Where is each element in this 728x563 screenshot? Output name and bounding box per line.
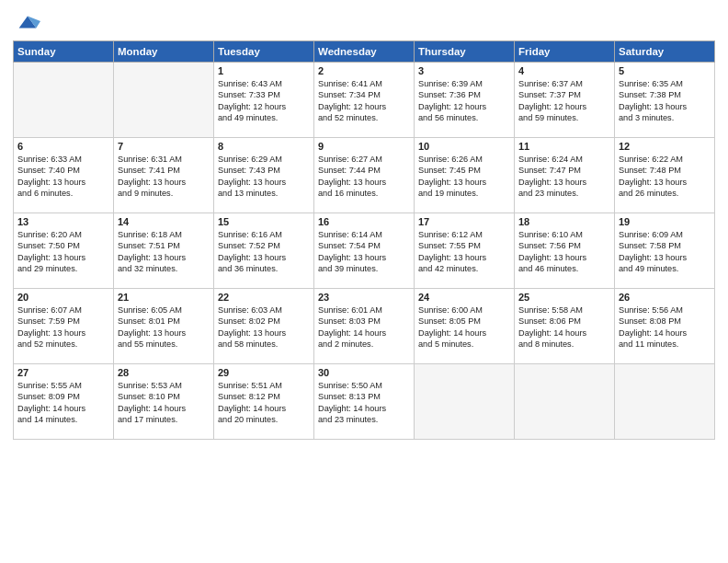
weekday-header-saturday: Saturday xyxy=(615,41,715,63)
cell-info: Sunrise: 5:56 AM Sunset: 8:08 PM Dayligh… xyxy=(619,304,711,350)
day-number: 2 xyxy=(318,65,410,76)
calendar-cell xyxy=(114,63,214,138)
calendar-cell: 22Sunrise: 6:03 AM Sunset: 8:02 PM Dayli… xyxy=(214,289,314,364)
day-number: 19 xyxy=(619,216,711,227)
cell-info: Sunrise: 6:07 AM Sunset: 7:59 PM Dayligh… xyxy=(17,304,109,350)
weekday-header-friday: Friday xyxy=(515,41,615,63)
header xyxy=(13,9,715,35)
day-number: 5 xyxy=(619,65,711,76)
week-row-4: 20Sunrise: 6:07 AM Sunset: 7:59 PM Dayli… xyxy=(14,289,715,364)
calendar-cell: 9Sunrise: 6:27 AM Sunset: 7:44 PM Daylig… xyxy=(314,138,415,213)
calendar-cell: 8Sunrise: 6:29 AM Sunset: 7:43 PM Daylig… xyxy=(214,138,314,213)
cell-info: Sunrise: 6:05 AM Sunset: 8:01 PM Dayligh… xyxy=(118,304,210,350)
cell-info: Sunrise: 6:00 AM Sunset: 8:05 PM Dayligh… xyxy=(418,304,510,350)
day-number: 17 xyxy=(418,216,510,227)
cell-info: Sunrise: 6:18 AM Sunset: 7:51 PM Dayligh… xyxy=(118,229,210,275)
cell-info: Sunrise: 6:43 AM Sunset: 7:33 PM Dayligh… xyxy=(218,78,310,124)
cell-info: Sunrise: 6:37 AM Sunset: 7:37 PM Dayligh… xyxy=(518,78,610,124)
day-number: 29 xyxy=(218,367,310,378)
cell-info: Sunrise: 6:20 AM Sunset: 7:50 PM Dayligh… xyxy=(17,229,109,275)
day-number: 11 xyxy=(518,141,610,152)
day-number: 13 xyxy=(17,216,109,227)
day-number: 30 xyxy=(318,367,410,378)
cell-info: Sunrise: 6:22 AM Sunset: 7:48 PM Dayligh… xyxy=(619,154,711,200)
calendar-cell xyxy=(14,63,114,138)
logo-text xyxy=(13,9,40,35)
calendar-cell: 21Sunrise: 6:05 AM Sunset: 8:01 PM Dayli… xyxy=(114,289,214,364)
calendar-cell: 12Sunrise: 6:22 AM Sunset: 7:48 PM Dayli… xyxy=(615,138,715,213)
day-number: 10 xyxy=(418,141,510,152)
day-number: 9 xyxy=(318,141,410,152)
calendar-cell: 28Sunrise: 5:53 AM Sunset: 8:10 PM Dayli… xyxy=(114,364,214,440)
cell-info: Sunrise: 6:33 AM Sunset: 7:40 PM Dayligh… xyxy=(17,154,109,200)
cell-info: Sunrise: 6:24 AM Sunset: 7:47 PM Dayligh… xyxy=(518,154,610,200)
day-number: 18 xyxy=(518,216,610,227)
cell-info: Sunrise: 6:16 AM Sunset: 7:52 PM Dayligh… xyxy=(218,229,310,275)
cell-info: Sunrise: 5:53 AM Sunset: 8:10 PM Dayligh… xyxy=(118,380,210,426)
weekday-header-row: SundayMondayTuesdayWednesdayThursdayFrid… xyxy=(14,41,715,63)
calendar-cell: 15Sunrise: 6:16 AM Sunset: 7:52 PM Dayli… xyxy=(214,213,314,289)
calendar-cell: 10Sunrise: 6:26 AM Sunset: 7:45 PM Dayli… xyxy=(415,138,515,213)
cell-info: Sunrise: 6:41 AM Sunset: 7:34 PM Dayligh… xyxy=(318,78,410,124)
day-number: 4 xyxy=(518,65,610,76)
weekday-header-wednesday: Wednesday xyxy=(314,41,415,63)
calendar-cell: 27Sunrise: 5:55 AM Sunset: 8:09 PM Dayli… xyxy=(14,364,114,440)
calendar-cell: 25Sunrise: 5:58 AM Sunset: 8:06 PM Dayli… xyxy=(515,289,615,364)
cell-info: Sunrise: 5:58 AM Sunset: 8:06 PM Dayligh… xyxy=(518,304,610,350)
day-number: 7 xyxy=(118,141,210,152)
calendar-cell: 13Sunrise: 6:20 AM Sunset: 7:50 PM Dayli… xyxy=(14,213,114,289)
calendar-cell: 26Sunrise: 5:56 AM Sunset: 8:08 PM Dayli… xyxy=(615,289,715,364)
day-number: 14 xyxy=(118,216,210,227)
calendar-cell: 6Sunrise: 6:33 AM Sunset: 7:40 PM Daylig… xyxy=(14,138,114,213)
calendar-cell: 24Sunrise: 6:00 AM Sunset: 8:05 PM Dayli… xyxy=(415,289,515,364)
calendar-cell: 7Sunrise: 6:31 AM Sunset: 7:41 PM Daylig… xyxy=(114,138,214,213)
cell-info: Sunrise: 6:10 AM Sunset: 7:56 PM Dayligh… xyxy=(518,229,610,275)
calendar-cell xyxy=(515,364,615,440)
calendar-cell: 17Sunrise: 6:12 AM Sunset: 7:55 PM Dayli… xyxy=(415,213,515,289)
calendar-cell: 4Sunrise: 6:37 AM Sunset: 7:37 PM Daylig… xyxy=(515,63,615,138)
weekday-header-monday: Monday xyxy=(114,41,214,63)
calendar-cell: 2Sunrise: 6:41 AM Sunset: 7:34 PM Daylig… xyxy=(314,63,415,138)
calendar-cell xyxy=(415,364,515,440)
cell-info: Sunrise: 6:09 AM Sunset: 7:58 PM Dayligh… xyxy=(619,229,711,275)
week-row-2: 6Sunrise: 6:33 AM Sunset: 7:40 PM Daylig… xyxy=(14,138,715,213)
calendar-cell: 14Sunrise: 6:18 AM Sunset: 7:51 PM Dayli… xyxy=(114,213,214,289)
cell-info: Sunrise: 6:26 AM Sunset: 7:45 PM Dayligh… xyxy=(418,154,510,200)
day-number: 24 xyxy=(418,292,510,303)
day-number: 1 xyxy=(218,65,310,76)
cell-info: Sunrise: 6:03 AM Sunset: 8:02 PM Dayligh… xyxy=(218,304,310,350)
day-number: 8 xyxy=(218,141,310,152)
weekday-header-tuesday: Tuesday xyxy=(214,41,314,63)
cell-info: Sunrise: 6:29 AM Sunset: 7:43 PM Dayligh… xyxy=(218,154,310,200)
logo-icon xyxy=(15,9,40,35)
calendar: SundayMondayTuesdayWednesdayThursdayFrid… xyxy=(13,40,715,440)
cell-info: Sunrise: 6:35 AM Sunset: 7:38 PM Dayligh… xyxy=(619,78,711,124)
cell-info: Sunrise: 6:39 AM Sunset: 7:36 PM Dayligh… xyxy=(418,78,510,124)
week-row-5: 27Sunrise: 5:55 AM Sunset: 8:09 PM Dayli… xyxy=(14,364,715,440)
calendar-cell: 23Sunrise: 6:01 AM Sunset: 8:03 PM Dayli… xyxy=(314,289,415,364)
day-number: 25 xyxy=(518,292,610,303)
logo xyxy=(13,9,40,35)
day-number: 12 xyxy=(619,141,711,152)
day-number: 6 xyxy=(17,141,109,152)
calendar-cell: 16Sunrise: 6:14 AM Sunset: 7:54 PM Dayli… xyxy=(314,213,415,289)
calendar-cell: 29Sunrise: 5:51 AM Sunset: 8:12 PM Dayli… xyxy=(214,364,314,440)
day-number: 20 xyxy=(17,292,109,303)
calendar-cell: 20Sunrise: 6:07 AM Sunset: 7:59 PM Dayli… xyxy=(14,289,114,364)
cell-info: Sunrise: 5:50 AM Sunset: 8:13 PM Dayligh… xyxy=(318,380,410,426)
calendar-cell: 3Sunrise: 6:39 AM Sunset: 7:36 PM Daylig… xyxy=(415,63,515,138)
calendar-cell xyxy=(615,364,715,440)
cell-info: Sunrise: 6:31 AM Sunset: 7:41 PM Dayligh… xyxy=(118,154,210,200)
calendar-cell: 1Sunrise: 6:43 AM Sunset: 7:33 PM Daylig… xyxy=(214,63,314,138)
calendar-cell: 30Sunrise: 5:50 AM Sunset: 8:13 PM Dayli… xyxy=(314,364,415,440)
day-number: 3 xyxy=(418,65,510,76)
day-number: 28 xyxy=(118,367,210,378)
weekday-header-sunday: Sunday xyxy=(14,41,114,63)
day-number: 27 xyxy=(17,367,109,378)
day-number: 21 xyxy=(118,292,210,303)
calendar-cell: 5Sunrise: 6:35 AM Sunset: 7:38 PM Daylig… xyxy=(615,63,715,138)
week-row-3: 13Sunrise: 6:20 AM Sunset: 7:50 PM Dayli… xyxy=(14,213,715,289)
cell-info: Sunrise: 6:27 AM Sunset: 7:44 PM Dayligh… xyxy=(318,154,410,200)
day-number: 16 xyxy=(318,216,410,227)
cell-info: Sunrise: 6:14 AM Sunset: 7:54 PM Dayligh… xyxy=(318,229,410,275)
